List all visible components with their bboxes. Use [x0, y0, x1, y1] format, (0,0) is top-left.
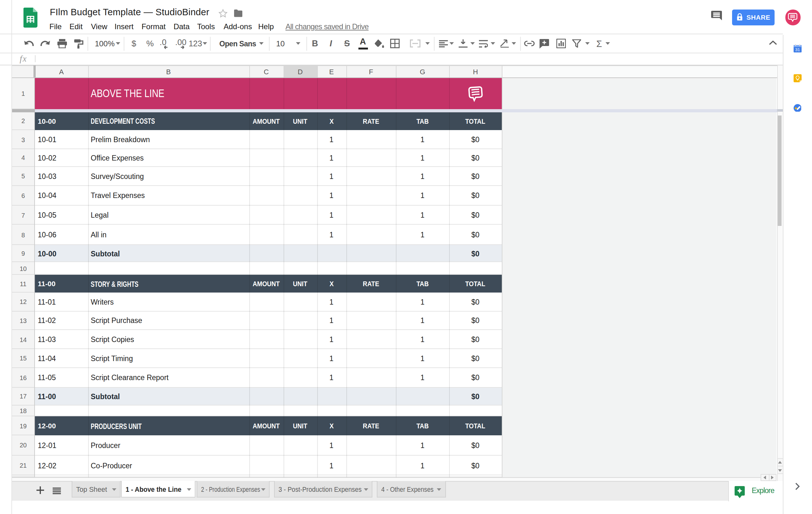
svg-text:31: 31 — [795, 47, 800, 52]
